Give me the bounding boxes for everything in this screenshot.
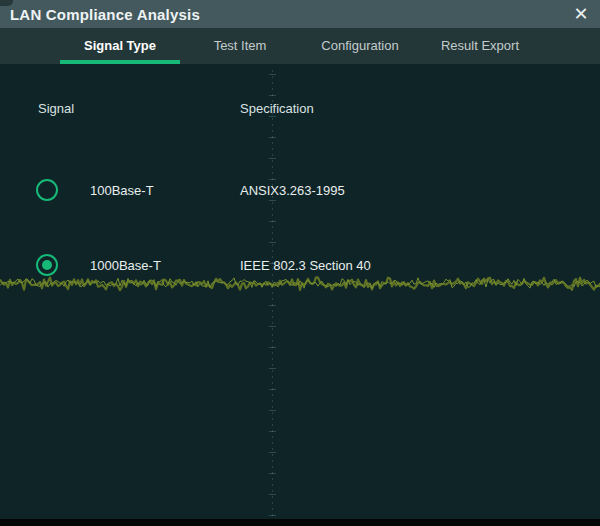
specification-label: IEEE 802.3 Section 40	[240, 258, 371, 273]
tab-test-item-label: Test Item	[214, 38, 267, 53]
signal-label[interactable]: 1000Base-T	[90, 258, 161, 273]
dialog-tabbar: Signal Type Test Item Configuration Resu…	[0, 28, 600, 64]
specification-label: ANSIX3.263-1995	[240, 183, 345, 198]
tab-result-export-label: Result Export	[441, 38, 519, 53]
tab-signal-type[interactable]: Signal Type	[60, 28, 180, 64]
dialog-body	[0, 64, 600, 519]
dialog-title: LAN Compliance Analysis	[10, 6, 200, 23]
radio-1000base-t[interactable]	[36, 254, 58, 276]
tab-test-item[interactable]: Test Item	[180, 28, 300, 64]
table-row: 100Base-T ANSIX3.263-1995	[0, 175, 600, 205]
column-header-specification: Specification	[240, 101, 314, 116]
table-row: 1000Base-T IEEE 802.3 Section 40	[0, 250, 600, 280]
lan-compliance-dialog: LAN Compliance Analysis ✕ Signal Type Te…	[0, 0, 600, 526]
screen-bottom-edge	[0, 519, 600, 526]
radio-dot	[42, 260, 52, 270]
tab-configuration[interactable]: Configuration	[300, 28, 420, 64]
column-header-signal: Signal	[38, 101, 74, 116]
close-icon[interactable]: ✕	[568, 0, 594, 28]
dialog-titlebar: LAN Compliance Analysis	[0, 0, 600, 28]
tab-configuration-label: Configuration	[321, 38, 398, 53]
graticule-center-line	[272, 70, 273, 518]
signal-label[interactable]: 100Base-T	[90, 183, 154, 198]
radio-100base-t[interactable]	[36, 179, 58, 201]
tab-signal-type-label: Signal Type	[84, 38, 156, 53]
tab-result-export[interactable]: Result Export	[420, 28, 540, 64]
